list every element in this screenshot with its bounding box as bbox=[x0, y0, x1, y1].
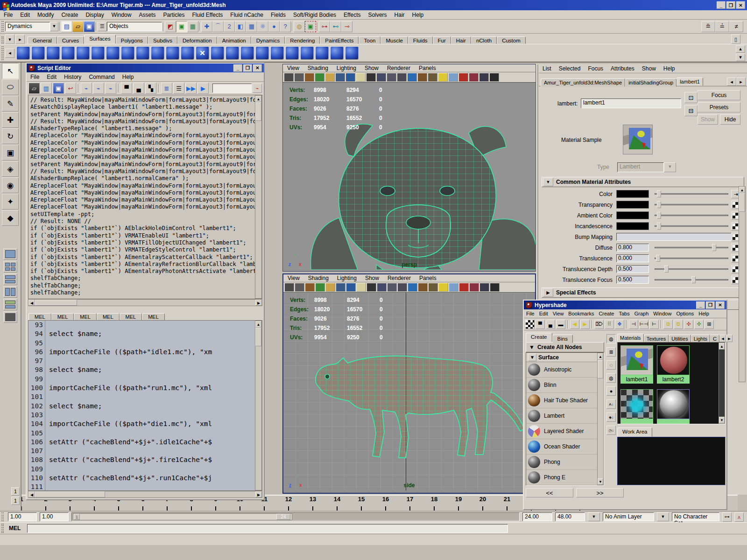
toggle-attribute-editor-icon[interactable]: ≞ bbox=[701, 21, 715, 32]
se-menu-item[interactable]: History bbox=[60, 73, 85, 81]
time-slider-frame-label[interactable]: 13 bbox=[301, 496, 325, 511]
snap-curves-icon[interactable]: ⌒ bbox=[212, 21, 224, 32]
panel-toolbar-icon[interactable] bbox=[304, 73, 314, 82]
menu-item[interactable]: Particles bbox=[159, 11, 188, 19]
layout-two-pane-icon[interactable] bbox=[3, 273, 17, 285]
panel-toolbar-icon[interactable] bbox=[356, 283, 366, 292]
search-icon[interactable]: ⌁ bbox=[253, 84, 262, 93]
se-menu-item[interactable]: Command bbox=[85, 73, 118, 81]
ae-tab[interactable]: initialShadingGroup bbox=[625, 78, 677, 87]
code-line[interactable]: 102select $name; bbox=[28, 402, 255, 411]
se-menu-item[interactable]: File bbox=[27, 73, 43, 81]
menu-item[interactable]: Soft/Rigid Bodies bbox=[289, 11, 340, 19]
attribute-value-field[interactable]: 0.500 bbox=[616, 276, 649, 284]
menu-item[interactable]: Window bbox=[108, 11, 135, 19]
color-swatch[interactable] bbox=[616, 211, 649, 219]
menu-item[interactable]: Solvers bbox=[365, 11, 391, 19]
shelf-tool-icon[interactable] bbox=[46, 46, 60, 60]
code-line[interactable]: 101 bbox=[28, 392, 255, 401]
material-swatch[interactable] bbox=[657, 389, 690, 424]
hs-menu-item[interactable]: Help bbox=[696, 310, 712, 317]
color-swatch[interactable] bbox=[616, 222, 649, 230]
panel-menu-item[interactable]: Panels bbox=[415, 274, 441, 282]
attribute-slider[interactable] bbox=[655, 266, 728, 273]
shelf-tool-icon[interactable] bbox=[151, 46, 164, 60]
execute-icon[interactable]: ▶ bbox=[197, 83, 209, 94]
show-history-pane-icon[interactable]: ▀ bbox=[121, 83, 132, 94]
shelf-scroll-left-icon[interactable]: ◂ bbox=[5, 49, 14, 58]
open-script-icon[interactable]: ▱ bbox=[28, 83, 40, 94]
shelf-tool-icon[interactable] bbox=[61, 46, 75, 60]
panel-toolbar-icon[interactable] bbox=[479, 73, 489, 82]
code-line[interactable]: 93 bbox=[28, 321, 255, 329]
input-hscrollbar[interactable]: ◀▶ bbox=[28, 491, 262, 498]
toolbox-tool-icon[interactable]: ↖ bbox=[2, 63, 19, 79]
render-swatch-icon[interactable]: ◍ bbox=[606, 334, 616, 343]
anim-layer-dropdown-icon[interactable]: ▼ bbox=[657, 512, 669, 521]
shader-node-item[interactable]: Phong bbox=[526, 455, 597, 470]
panel-toolbar-icon[interactable] bbox=[345, 73, 355, 82]
panel-toolbar-icon[interactable] bbox=[407, 73, 417, 82]
code-line[interactable]: 111 bbox=[28, 483, 255, 490]
panel-toolbar-icon[interactable] bbox=[489, 73, 499, 82]
pane-counter-2[interactable]: 1 bbox=[11, 497, 20, 505]
swatch-small-icon[interactable]: ◌ bbox=[606, 360, 616, 370]
time-slider-frame-label[interactable]: 20 bbox=[471, 496, 495, 511]
menu-item[interactable]: Assets bbox=[135, 11, 159, 19]
panel-toolbar-icon[interactable] bbox=[325, 73, 335, 82]
ae-menu-item[interactable]: Show bbox=[638, 64, 660, 73]
menu-item[interactable]: Edit bbox=[16, 11, 34, 19]
attribute-slider[interactable] bbox=[655, 190, 728, 197]
menu-item[interactable]: Create bbox=[57, 11, 82, 19]
node-list-scrollbar[interactable]: ▲▼ bbox=[597, 353, 604, 485]
command-language-label[interactable]: MEL bbox=[5, 525, 27, 532]
code-line[interactable]: 100importCacheFile (($path+"run1.mc"), "… bbox=[28, 384, 255, 392]
work-area-tab[interactable]: Work Area bbox=[617, 427, 652, 437]
output-connections-icon[interactable]: ⊢ bbox=[649, 320, 659, 329]
character-set-field[interactable]: No Character Set bbox=[672, 512, 719, 521]
hs-menu-item[interactable]: Create bbox=[596, 310, 616, 317]
shelf-icons-grip[interactable] bbox=[1, 46, 4, 60]
toolbox-tool-icon[interactable]: ▣ bbox=[2, 145, 19, 161]
panel-toolbar-icon[interactable] bbox=[458, 73, 468, 82]
menu-item[interactable]: Effects bbox=[340, 11, 364, 19]
shelf-tab-arrow-icon[interactable]: ▸ bbox=[15, 35, 25, 44]
pane-counter-1[interactable]: 1 bbox=[11, 487, 20, 496]
attribute-value-field[interactable] bbox=[616, 233, 732, 241]
layout-persp-outliner-icon[interactable] bbox=[3, 299, 17, 310]
hs-menu-item[interactable]: Graph bbox=[632, 310, 651, 317]
minimize-button[interactable]: _ bbox=[696, 301, 705, 309]
panel-toolbar-icon[interactable] bbox=[449, 283, 458, 292]
panel-menu-item[interactable]: View bbox=[283, 274, 304, 282]
ae-tab[interactable]: Amur_Tiger_unfold3d:MeshShape bbox=[541, 78, 625, 87]
show-line-numbers-icon[interactable]: ≣ bbox=[161, 83, 172, 94]
shelf-tab[interactable]: Surfaces bbox=[84, 35, 115, 44]
shelf-tool-icon[interactable] bbox=[16, 46, 30, 60]
ae-scrollbar[interactable]: ▲ bbox=[739, 186, 746, 382]
panel-toolbar-icon[interactable] bbox=[397, 73, 407, 82]
quick-help-icon[interactable]: ? bbox=[280, 21, 291, 32]
hypershade-titlebar[interactable]: Hypershade _ ❐ ✕ bbox=[524, 301, 726, 309]
close-button[interactable]: ✕ bbox=[253, 64, 262, 72]
swatch-large-icon[interactable]: ● bbox=[606, 386, 616, 396]
menu-item[interactable]: Modify bbox=[34, 11, 57, 19]
panel-toolbar-icon[interactable] bbox=[469, 73, 479, 82]
focus-button[interactable]: Focus bbox=[698, 90, 740, 100]
attribute-slider[interactable] bbox=[655, 276, 728, 283]
attribute-value-field[interactable]: 0.800 bbox=[616, 244, 649, 252]
shelf-grip[interactable] bbox=[1, 36, 4, 44]
show-top-tabs-icon[interactable]: ▀ bbox=[536, 320, 545, 329]
code-line[interactable]: 104importCacheFile (($path+"die1.mc"), "… bbox=[28, 420, 255, 428]
hs-right-tab[interactable]: Materials bbox=[617, 334, 644, 342]
snap-view-planes-icon[interactable]: ▦ bbox=[246, 21, 257, 32]
animation-preferences-icon[interactable]: ᴧ bbox=[734, 512, 744, 522]
ae-menu-item[interactable]: List bbox=[539, 64, 555, 73]
show-input-pane-icon[interactable]: ▚ bbox=[145, 83, 156, 94]
layout-single-pane-icon[interactable] bbox=[3, 248, 17, 260]
attribute-slider[interactable] bbox=[655, 201, 728, 208]
range-slider-selected[interactable] bbox=[73, 513, 292, 520]
ae-tab-scroll-right-icon[interactable]: ▸ bbox=[736, 77, 746, 86]
input-connections-icon[interactable]: ⊣ bbox=[629, 320, 638, 329]
auto-key-icon[interactable]: ⊶ bbox=[722, 512, 732, 522]
rearrange-graph-icon[interactable]: ⠿ bbox=[605, 320, 614, 329]
